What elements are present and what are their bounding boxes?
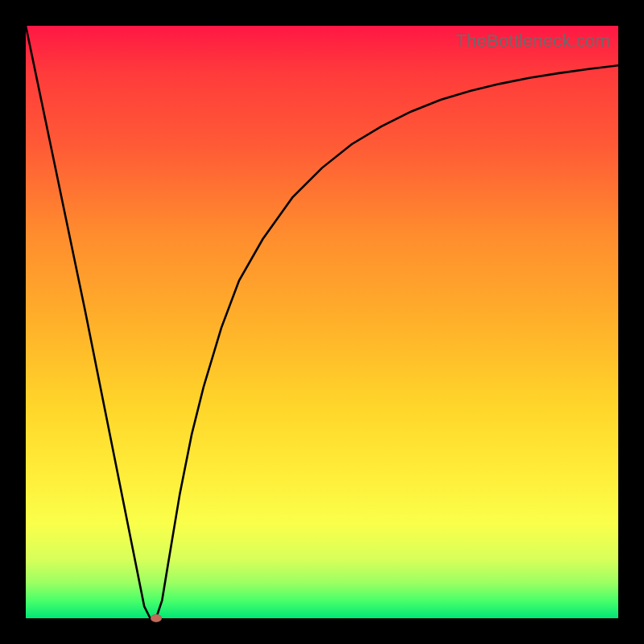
optimal-marker — [151, 614, 162, 622]
bottleneck-curve — [26, 26, 618, 618]
plot-area: TheBottleneck.com — [26, 26, 618, 618]
chart-frame: TheBottleneck.com — [0, 0, 644, 644]
